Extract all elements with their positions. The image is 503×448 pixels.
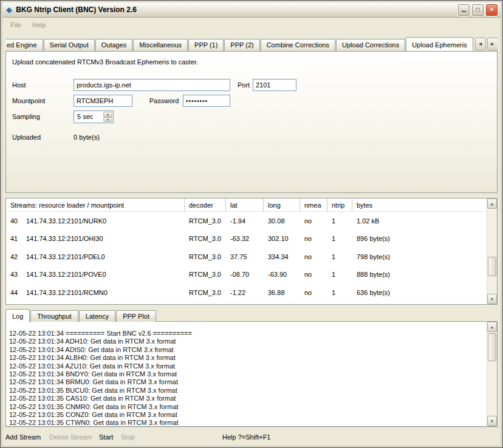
host-input[interactable] [74,79,230,91]
tab-ppp-2[interactable]: PPP (2) [224,39,259,51]
delete-stream-button[interactable]: Delete Stream [49,433,92,441]
tab-upload-ephemeris[interactable]: Upload Ephemeris [406,37,473,51]
bottom-tab-bar: Log Throughput Latency PPP Plot [5,308,157,322]
start-button[interactable]: Start [99,433,113,441]
cell-nmea: no [300,235,327,242]
tab-feed-engine[interactable]: ed Engine [5,39,43,51]
log-scrollbar[interactable]: ▲ ▼ [487,322,497,426]
status-bar: Add Stream Delete Stream Start Stop Help… [2,427,501,446]
cell-bytes: 888 byte(s) [352,271,487,278]
cell-nmea: no [300,217,327,225]
cell-bytes: 896 byte(s) [352,235,487,242]
tab-combine-corrections[interactable]: Combine Corrections [261,39,335,51]
log-line: 12-05-22 13:01:34 ADH10: Get data in RTC… [9,338,485,345]
host-label: Host [12,81,26,89]
chevron-up-icon: ▲ [106,112,109,116]
chevron-left-icon: ◄ [478,41,483,47]
streams-scrollbar[interactable]: ▲ ▼ [487,199,497,304]
tab-miscellaneous[interactable]: Miscellaneous [133,39,188,51]
cell-mountpoint: 141.74.33.12:2101/NURK0 [22,217,185,225]
tab-bar: ed Engine Serial Output Outages Miscella… [5,36,498,51]
maximize-button[interactable]: □ [471,4,484,16]
stepper-down-button[interactable]: ▼ [103,117,112,123]
uploaded-value: 0 byte(s) [74,134,100,141]
tab-upload-corrections[interactable]: Upload Corrections [336,39,405,51]
minimize-button[interactable]: ▁ [457,4,470,16]
scrollbar-thumb[interactable] [488,333,496,361]
cell-bytes: 636 byte(s) [352,289,487,296]
cell-bytes: 798 byte(s) [352,253,487,260]
col-header-long: long [264,199,300,211]
menu-help[interactable]: Help [27,20,52,30]
add-stream-button[interactable]: Add Stream [5,433,41,441]
streams-table-body: Streams: resource loader / mountpoint de… [6,199,487,304]
col-header-decoder: decoder [185,199,226,211]
port-input[interactable] [253,79,296,91]
cell-bytes: 1.02 kB [352,217,487,225]
password-input[interactable] [183,95,230,107]
cell-lat: -1.22 [226,289,264,296]
scroll-up-icon[interactable]: ▲ [487,199,497,209]
stepper-up-button[interactable]: ▲ [103,112,112,117]
uploaded-label: Uploaded [12,134,41,141]
tab-scroll-right-button[interactable]: ► [487,38,498,50]
cell-lat: 37.75 [226,253,264,260]
cell-mountpoint: 141.74.33.12:2101/OHI30 [22,235,185,242]
scrollbar-thumb[interactable] [488,257,496,276]
log-viewport[interactable]: 12-05-22 13:01:34 ========== Start BNC v… [9,330,485,426]
cell-decoder: RTCM_3.0 [185,289,226,296]
close-button[interactable]: ✕ [485,4,498,16]
scroll-down-icon[interactable]: ▼ [487,294,497,304]
port-label: Port [238,81,250,89]
stop-button[interactable]: Stop [121,433,135,441]
col-header-mountpoint: Streams: resource loader / mountpoint [6,199,185,211]
chevron-right-icon: ► [490,41,495,47]
table-row[interactable]: 43 141.74.33.12:2101/POVE0 RTCM_3.0 -08.… [6,266,487,284]
cell-long: 36.88 [264,289,300,296]
cell-ntrip: 1 [327,217,352,225]
sampling-value: 5 sec [77,113,93,120]
tab-log[interactable]: Log [5,309,30,322]
title-bar: ◆ BKG Ntrip Client (BNC) Version 2.6 ▁ □… [2,2,501,18]
cell-long: 30.08 [264,217,300,225]
col-header-nmea: nmea [300,199,327,211]
sampling-stepper-buttons: ▲ ▼ [103,112,112,122]
log-line: 12-05-22 13:01:35 CONZ0: Get data in RTC… [9,411,485,419]
row-number: 44 [6,289,22,296]
sampling-stepper[interactable]: 5 sec ▲ ▼ [74,110,114,123]
close-icon: ✕ [489,7,494,13]
tab-throughput[interactable]: Throughput [30,310,78,322]
window-title: BKG Ntrip Client (BNC) Version 2.6 [16,5,456,14]
tab-outages[interactable]: Outages [95,39,133,51]
table-row[interactable]: 44 141.74.33.12:2101/RCMN0 RTCM_3.0 -1.2… [6,283,487,302]
row-number: 41 [6,235,22,242]
tab-latency[interactable]: Latency [79,310,116,322]
cell-ntrip: 1 [327,253,352,260]
mountpoint-input[interactable] [74,95,132,107]
tab-scroll-left-button[interactable]: ◄ [475,38,486,50]
tab-serial-output[interactable]: Serial Output [44,39,95,51]
table-row[interactable]: 42 141.74.33.12:2101/PDEL0 RTCM_3.0 37.7… [6,248,487,266]
upload-ephemeris-panel: Upload concatenated RTCMv3 Broadcast Eph… [5,51,498,193]
cell-decoder: RTCM_3.0 [185,235,226,242]
cell-decoder: RTCM_3.0 [185,271,226,278]
menu-file[interactable]: File [5,20,27,30]
help-hint: Help ?=Shift+F1 [222,433,271,441]
log-line: 12-05-22 13:01:35 CTWN0: Get data in RTC… [9,419,485,426]
log-line: 12-05-22 13:01:34 AZU10: Get data in RTC… [9,362,485,370]
table-row[interactable]: 40 141.74.33.12:2101/NURK0 RTCM_3.0 -1.9… [6,212,487,230]
cell-ntrip: 1 [327,271,352,278]
maximize-icon: □ [476,7,479,13]
table-row[interactable]: 41 141.74.33.12:2101/OHI30 RTCM_3.0 -63.… [6,230,487,248]
cell-decoder: RTCM_3.0 [185,217,226,225]
tab-ppp-1[interactable]: PPP (1) [188,39,224,51]
cell-decoder: RTCM_3.0 [185,253,226,260]
cell-long: -63.90 [264,271,300,278]
tab-ppp-plot[interactable]: PPP Plot [116,310,156,322]
scroll-up-icon[interactable]: ▲ [487,322,497,332]
cell-mountpoint: 141.74.33.12:2101/RCMN0 [22,289,185,296]
cell-long: 334.34 [264,253,300,260]
scroll-down-icon[interactable]: ▼ [487,416,497,426]
cell-mountpoint: 141.74.33.12:2101/POVE0 [22,271,185,278]
cell-lat: -63.32 [226,235,264,242]
